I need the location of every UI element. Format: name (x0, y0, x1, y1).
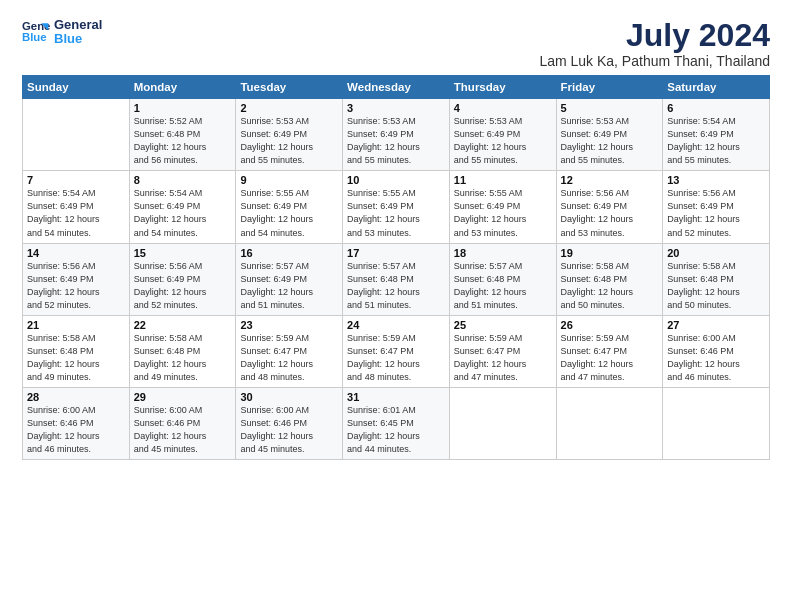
svg-text:Blue: Blue (22, 31, 47, 43)
day-number: 16 (240, 247, 338, 259)
calendar-cell: 6Sunrise: 5:54 AM Sunset: 6:49 PM Daylig… (663, 99, 770, 171)
day-number: 21 (27, 319, 125, 331)
calendar-week-2: 7Sunrise: 5:54 AM Sunset: 6:49 PM Daylig… (23, 171, 770, 243)
day-number: 26 (561, 319, 659, 331)
day-info: Sunrise: 5:56 AM Sunset: 6:49 PM Dayligh… (561, 187, 659, 239)
calendar-week-1: 1Sunrise: 5:52 AM Sunset: 6:48 PM Daylig… (23, 99, 770, 171)
day-info: Sunrise: 5:53 AM Sunset: 6:49 PM Dayligh… (561, 115, 659, 167)
day-info: Sunrise: 5:55 AM Sunset: 6:49 PM Dayligh… (454, 187, 552, 239)
weekday-header-tuesday: Tuesday (236, 76, 343, 99)
day-number: 10 (347, 174, 445, 186)
weekday-header-row: SundayMondayTuesdayWednesdayThursdayFrid… (23, 76, 770, 99)
day-info: Sunrise: 5:54 AM Sunset: 6:49 PM Dayligh… (27, 187, 125, 239)
calendar-cell: 1Sunrise: 5:52 AM Sunset: 6:48 PM Daylig… (129, 99, 236, 171)
day-info: Sunrise: 5:57 AM Sunset: 6:48 PM Dayligh… (454, 260, 552, 312)
day-number: 14 (27, 247, 125, 259)
day-info: Sunrise: 5:59 AM Sunset: 6:47 PM Dayligh… (454, 332, 552, 384)
calendar-cell: 18Sunrise: 5:57 AM Sunset: 6:48 PM Dayli… (449, 243, 556, 315)
day-number: 8 (134, 174, 232, 186)
day-number: 9 (240, 174, 338, 186)
calendar-cell: 23Sunrise: 5:59 AM Sunset: 6:47 PM Dayli… (236, 315, 343, 387)
day-number: 1 (134, 102, 232, 114)
day-info: Sunrise: 5:58 AM Sunset: 6:48 PM Dayligh… (561, 260, 659, 312)
day-info: Sunrise: 6:00 AM Sunset: 6:46 PM Dayligh… (27, 404, 125, 456)
day-info: Sunrise: 5:53 AM Sunset: 6:49 PM Dayligh… (240, 115, 338, 167)
day-info: Sunrise: 5:52 AM Sunset: 6:48 PM Dayligh… (134, 115, 232, 167)
day-number: 18 (454, 247, 552, 259)
day-info: Sunrise: 6:01 AM Sunset: 6:45 PM Dayligh… (347, 404, 445, 456)
calendar-body: 1Sunrise: 5:52 AM Sunset: 6:48 PM Daylig… (23, 99, 770, 460)
logo-line1: General (54, 18, 102, 32)
day-info: Sunrise: 6:00 AM Sunset: 6:46 PM Dayligh… (240, 404, 338, 456)
day-number: 13 (667, 174, 765, 186)
calendar-cell (23, 99, 130, 171)
calendar-page: General Blue General Blue July 2024 Lam … (0, 0, 792, 612)
calendar-cell: 15Sunrise: 5:56 AM Sunset: 6:49 PM Dayli… (129, 243, 236, 315)
weekday-header-saturday: Saturday (663, 76, 770, 99)
calendar-week-4: 21Sunrise: 5:58 AM Sunset: 6:48 PM Dayli… (23, 315, 770, 387)
calendar-week-5: 28Sunrise: 6:00 AM Sunset: 6:46 PM Dayli… (23, 387, 770, 459)
weekday-header-thursday: Thursday (449, 76, 556, 99)
calendar-cell: 29Sunrise: 6:00 AM Sunset: 6:46 PM Dayli… (129, 387, 236, 459)
day-number: 15 (134, 247, 232, 259)
logo: General Blue General Blue (22, 18, 102, 47)
day-info: Sunrise: 5:58 AM Sunset: 6:48 PM Dayligh… (667, 260, 765, 312)
calendar-cell: 17Sunrise: 5:57 AM Sunset: 6:48 PM Dayli… (343, 243, 450, 315)
day-info: Sunrise: 5:54 AM Sunset: 6:49 PM Dayligh… (134, 187, 232, 239)
calendar-cell: 25Sunrise: 5:59 AM Sunset: 6:47 PM Dayli… (449, 315, 556, 387)
day-number: 27 (667, 319, 765, 331)
calendar-header: SundayMondayTuesdayWednesdayThursdayFrid… (23, 76, 770, 99)
logo-line2: Blue (54, 32, 102, 46)
day-info: Sunrise: 5:53 AM Sunset: 6:49 PM Dayligh… (454, 115, 552, 167)
logo-icon: General Blue (22, 18, 50, 46)
calendar-cell: 27Sunrise: 6:00 AM Sunset: 6:46 PM Dayli… (663, 315, 770, 387)
day-number: 11 (454, 174, 552, 186)
day-info: Sunrise: 5:59 AM Sunset: 6:47 PM Dayligh… (561, 332, 659, 384)
weekday-header-wednesday: Wednesday (343, 76, 450, 99)
calendar-table: SundayMondayTuesdayWednesdayThursdayFrid… (22, 75, 770, 460)
calendar-cell (449, 387, 556, 459)
day-info: Sunrise: 5:57 AM Sunset: 6:48 PM Dayligh… (347, 260, 445, 312)
header: General Blue General Blue July 2024 Lam … (22, 18, 770, 69)
calendar-cell: 7Sunrise: 5:54 AM Sunset: 6:49 PM Daylig… (23, 171, 130, 243)
day-number: 12 (561, 174, 659, 186)
day-info: Sunrise: 5:57 AM Sunset: 6:49 PM Dayligh… (240, 260, 338, 312)
day-number: 28 (27, 391, 125, 403)
calendar-cell: 5Sunrise: 5:53 AM Sunset: 6:49 PM Daylig… (556, 99, 663, 171)
calendar-cell: 3Sunrise: 5:53 AM Sunset: 6:49 PM Daylig… (343, 99, 450, 171)
day-number: 7 (27, 174, 125, 186)
day-info: Sunrise: 5:56 AM Sunset: 6:49 PM Dayligh… (27, 260, 125, 312)
day-number: 29 (134, 391, 232, 403)
calendar-cell: 14Sunrise: 5:56 AM Sunset: 6:49 PM Dayli… (23, 243, 130, 315)
calendar-cell: 28Sunrise: 6:00 AM Sunset: 6:46 PM Dayli… (23, 387, 130, 459)
weekday-header-friday: Friday (556, 76, 663, 99)
day-number: 25 (454, 319, 552, 331)
calendar-cell: 30Sunrise: 6:00 AM Sunset: 6:46 PM Dayli… (236, 387, 343, 459)
calendar-cell: 22Sunrise: 5:58 AM Sunset: 6:48 PM Dayli… (129, 315, 236, 387)
calendar-cell: 9Sunrise: 5:55 AM Sunset: 6:49 PM Daylig… (236, 171, 343, 243)
day-info: Sunrise: 5:58 AM Sunset: 6:48 PM Dayligh… (134, 332, 232, 384)
calendar-cell: 12Sunrise: 5:56 AM Sunset: 6:49 PM Dayli… (556, 171, 663, 243)
day-info: Sunrise: 6:00 AM Sunset: 6:46 PM Dayligh… (667, 332, 765, 384)
day-number: 22 (134, 319, 232, 331)
day-info: Sunrise: 6:00 AM Sunset: 6:46 PM Dayligh… (134, 404, 232, 456)
calendar-cell: 21Sunrise: 5:58 AM Sunset: 6:48 PM Dayli… (23, 315, 130, 387)
weekday-header-monday: Monday (129, 76, 236, 99)
calendar-cell: 10Sunrise: 5:55 AM Sunset: 6:49 PM Dayli… (343, 171, 450, 243)
calendar-cell: 4Sunrise: 5:53 AM Sunset: 6:49 PM Daylig… (449, 99, 556, 171)
day-number: 3 (347, 102, 445, 114)
day-info: Sunrise: 5:54 AM Sunset: 6:49 PM Dayligh… (667, 115, 765, 167)
day-number: 20 (667, 247, 765, 259)
day-number: 5 (561, 102, 659, 114)
title-block: July 2024 Lam Luk Ka, Pathum Thani, Thai… (539, 18, 770, 69)
calendar-cell: 11Sunrise: 5:55 AM Sunset: 6:49 PM Dayli… (449, 171, 556, 243)
day-number: 19 (561, 247, 659, 259)
day-number: 6 (667, 102, 765, 114)
calendar-cell: 16Sunrise: 5:57 AM Sunset: 6:49 PM Dayli… (236, 243, 343, 315)
logo-text: General Blue (54, 18, 102, 47)
calendar-cell: 31Sunrise: 6:01 AM Sunset: 6:45 PM Dayli… (343, 387, 450, 459)
day-number: 17 (347, 247, 445, 259)
day-number: 23 (240, 319, 338, 331)
calendar-cell: 2Sunrise: 5:53 AM Sunset: 6:49 PM Daylig… (236, 99, 343, 171)
calendar-cell (556, 387, 663, 459)
